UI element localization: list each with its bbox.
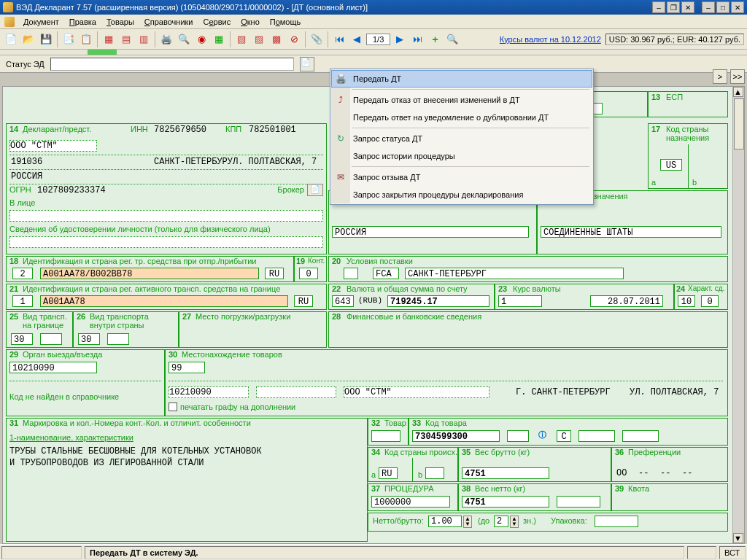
g36-v2[interactable]: -- [638,468,649,478]
pager-last-icon[interactable]: ⏭ [409,31,425,47]
g30-org[interactable]: ООО "СТМ" [344,386,489,398]
pager-prev-icon[interactable]: ◀ [349,31,365,47]
g23-v[interactable]: 1 [498,295,542,307]
menu-send-refuse[interactable]: ⤴ Передать отказ от внесения изменений в… [331,91,592,109]
g14-vlice-field[interactable] [9,210,323,222]
vertical-scrollbar[interactable]: ▲▼ [732,87,744,543]
g36-v1[interactable]: ОО [616,468,627,478]
g20-term[interactable]: FCA [373,268,399,279]
g30-blank[interactable] [256,386,336,398]
g23-date[interactable]: 28.07.2011 [590,295,663,307]
maximize-button[interactable]: □ [716,1,729,13]
g22-sum[interactable]: 719245.17 [387,295,489,307]
g33-b3[interactable] [622,430,659,442]
g32-v[interactable] [371,430,400,442]
g18-cnt[interactable]: 2 [12,268,33,279]
g18-ru[interactable]: RU [265,268,284,279]
g26-v[interactable]: 30 [78,333,100,345]
g25-b[interactable] [40,333,62,345]
nb-do-value[interactable] [494,516,508,527]
toolbar-attach-icon[interactable]: 📎 [309,31,325,47]
g14-ogrn[interactable]: 1027809233374 [36,184,107,196]
g16-value[interactable]: РОССИЯ [332,226,529,238]
g21-cnt[interactable]: 1 [12,295,33,307]
menu-refs[interactable]: Справочники [140,16,198,28]
pager-glass-icon[interactable]: 🔍 [444,31,460,47]
g17a-value[interactable]: СОЕДИНЕННЫЕ ШТАТЫ [541,226,721,238]
g18-value[interactable]: A001AA78/B002BB78 [40,268,259,279]
toolbar-grid2-icon[interactable]: ▤ [118,31,134,47]
menu-req-recall[interactable]: ✉ Запрос отзыва ДТ [331,168,592,186]
pack-value[interactable] [595,516,638,527]
g21-value[interactable]: A001AA78 [40,295,288,307]
rates-link[interactable]: Курсы валют на 10.12.2012 [500,35,601,44]
g26-b[interactable] [107,333,129,345]
child-close-button[interactable]: ✕ [681,1,694,13]
g14-sved-field[interactable] [9,236,323,248]
g22-code[interactable]: 643 [332,295,354,307]
g14-index[interactable]: 191036 [9,156,44,168]
toolbar-cancel-icon[interactable]: ⊘ [286,31,302,47]
g29-v[interactable]: 10210090 [9,362,97,373]
menu-window[interactable]: Окно [236,16,264,28]
toolbar-open-icon[interactable]: 📂 [20,31,36,47]
g38-b[interactable] [557,496,600,508]
g37-v[interactable]: 1000000 [371,496,450,508]
child-restore-button[interactable]: ❐ [667,1,680,13]
minimize-button[interactable]: – [702,1,715,13]
menu-send-dt[interactable]: 🖨️ Передать ДТ [331,70,592,88]
toolbar-new-icon[interactable]: 📄 [3,31,19,47]
toolbar-print-icon[interactable]: 🖨️ [158,31,174,47]
g14-kpp[interactable]: 782501001 [247,124,298,136]
g14-org[interactable]: ООО "СТМ" [9,140,97,152]
g33-b1[interactable] [507,430,529,442]
menu-req-history[interactable]: Запрос истории процедуры [331,147,592,165]
g30-code[interactable]: 10210090 [169,386,249,398]
status-sheet-button[interactable]: 📄 [300,57,314,71]
toolbar-t3-icon[interactable]: ▩ [268,31,285,47]
g21-ru[interactable]: RU [294,295,313,307]
nb-value[interactable] [428,516,462,527]
g36-v3[interactable]: -- [660,468,670,478]
status-ed-input[interactable] [50,58,294,71]
g33-b2[interactable] [578,430,615,442]
toolbar-red-icon[interactable]: ◉ [193,31,209,47]
status-right-button[interactable]: > [713,69,727,84]
g24-v2[interactable]: 0 [701,295,719,307]
toolbar-grid3-icon[interactable]: ▥ [136,31,152,47]
status-double-right-button[interactable]: >> [730,69,745,84]
menu-send-reply[interactable]: Передать ответ на уведомление о дублиров… [331,109,592,126]
g36-v4[interactable]: -- [682,468,692,478]
g31-text2[interactable]: И ТРУБОПРОВОДОВ ИЗ ЛЕГИРОВАННОЙ СТАЛИ [9,458,204,468]
menu-edit[interactable]: Правка [65,16,101,28]
toolbar-doc-icon[interactable]: 📋 [78,31,94,47]
nb-spinner[interactable]: ▲▼ [463,516,472,528]
toolbar-preview-icon[interactable]: 🔍 [176,31,192,47]
menu-req-close[interactable]: Запрос закрытия процедуры декларирования [331,186,592,203]
g38-v[interactable]: 4751 [462,496,549,508]
g14-broker-button[interactable]: 📄 [307,184,323,196]
g31-text1[interactable]: ТРУБЫ СТАЛЬНЫЕ БЕСШОВНЫЕ ДЛЯ КОТЕЛЬНЫХ У… [9,446,262,456]
g33-v[interactable]: 7304599300 [412,430,500,442]
g35-v[interactable]: 4751 [462,467,549,479]
g14-inn[interactable]: 7825679650 [152,124,208,136]
toolbar-t2-icon[interactable]: ▨ [251,31,267,47]
g20-city[interactable]: САНКТ-ПЕТЕРБУРГ [405,268,624,279]
pager-first-icon[interactable]: ⏮ [331,31,347,47]
g30-print-checkbox[interactable] [169,402,177,411]
menu-goods[interactable]: Товары [102,16,139,28]
menu-service[interactable]: Сервис [199,16,236,28]
g31-sub[interactable]: 1-наименование, характеристики [9,433,133,442]
close-button[interactable]: ✕ [731,1,744,13]
g34-vb[interactable] [425,467,444,479]
g20-blank[interactable] [344,268,358,279]
toolbar-copy-icon[interactable]: 📑 [61,31,77,47]
do-spinner[interactable]: ▲▼ [510,516,519,528]
g25-v[interactable]: 30 [11,333,33,345]
g17-value[interactable]: US [660,159,682,171]
child-minimize-button[interactable]: – [652,1,665,13]
info-icon[interactable]: ⓘ [536,429,548,441]
g33-s[interactable]: С [557,430,571,442]
pager-next-icon[interactable]: ▶ [392,31,408,47]
toolbar-excel-icon[interactable]: ▦ [211,31,227,47]
